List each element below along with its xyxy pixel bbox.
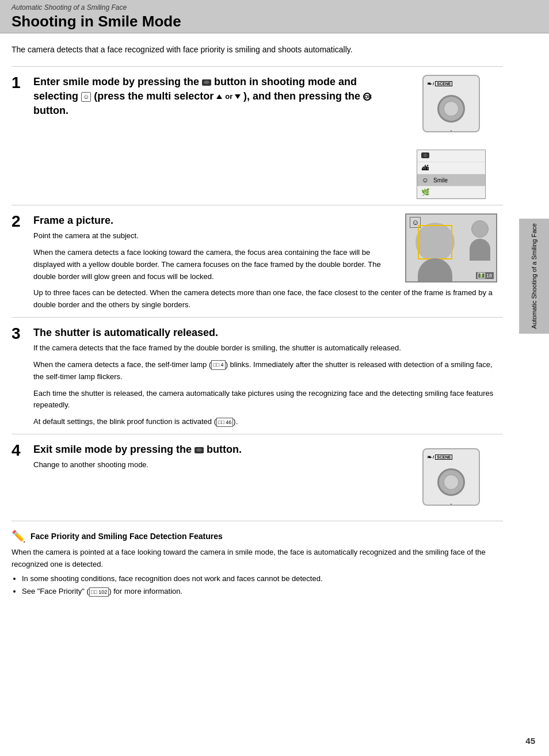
arrow-up-icon	[443, 130, 459, 132]
step-4-image: ❧ / SCENE	[399, 442, 503, 506]
vf-second-face	[471, 220, 489, 238]
main-content: The camera detects that a face recognize…	[0, 33, 514, 615]
ok-icon: OK	[363, 93, 371, 101]
counter-number: 18	[486, 273, 492, 278]
step4-cam-circle-inner	[443, 474, 459, 490]
vf-second-person	[467, 220, 493, 266]
step-1-body: Enter smile mode by pressing the button …	[33, 75, 503, 199]
side-tab: Automatic Shooting of a Smiling Face	[519, 219, 549, 334]
step-3-sub4: At default settings, the blink proof fun…	[33, 416, 503, 428]
step-3-title: The shutter is automatically released.	[33, 326, 503, 340]
step-2-title: Frame a picture.	[33, 213, 390, 228]
step-3-number: 3	[12, 326, 25, 342]
viewfinder: ☺	[405, 213, 497, 282]
scene-label: ❧ / SCENE	[427, 81, 452, 87]
header-bar: Automatic Shooting of a Smiling Face Sho…	[0, 0, 549, 33]
step4-cam-button-group	[437, 464, 465, 496]
scene-row-leaf: 🌿	[417, 186, 485, 198]
scene-row-smile: ☺ Smile	[417, 174, 485, 186]
step-4-body: Exit smile mode by pressing the button. …	[33, 442, 503, 506]
step-2-body: Frame a picture. Point the camera at the…	[33, 213, 503, 282]
step-1-images: ❧ / SCENE	[399, 75, 503, 199]
note-body: When the camera is pointed at a face loo…	[12, 547, 503, 598]
step-4-number: 4	[12, 442, 25, 459]
note-bullets: In some shooting conditions, face recogn…	[12, 573, 503, 598]
step-2-image: ☺	[399, 213, 503, 282]
step-3-sub1: If the camera detects that the face fram…	[33, 342, 503, 354]
step-4-sub1: Change to another shooting mode.	[33, 459, 390, 471]
step-4-content: Exit smile mode by pressing the button. …	[33, 442, 503, 506]
step-1-header: 1 Enter smile mode by pressing the butto…	[12, 75, 503, 199]
step-4-title: Exit smile mode by pressing the button.	[33, 442, 390, 457]
tri-down-icon	[235, 94, 241, 99]
smile-select-icon: ☺	[81, 92, 91, 102]
step-2-content: Frame a picture. Point the camera at the…	[33, 213, 503, 311]
scene-row-camera	[417, 150, 485, 162]
step-4-header: 4 Exit smile mode by pressing the button…	[12, 442, 503, 506]
ref-box-4: □□ 4	[211, 360, 225, 369]
note-pencil-icon: ✏️	[12, 529, 26, 543]
step-1-text: Enter smile mode by pressing the button …	[33, 75, 390, 119]
vf-person-body	[418, 258, 452, 281]
step-2-sub3: Up to three faces can be detected. When …	[33, 287, 503, 311]
step4-arrow-up	[443, 503, 459, 506]
step-3: 3 The shutter is automatically released.…	[12, 317, 503, 434]
ref-box-46: □□ 46	[216, 418, 233, 427]
step-1-number: 1	[12, 75, 25, 91]
vf-counter: 🔋 18	[476, 272, 494, 279]
note-body-text: When the camera is pointed at a face loo…	[12, 547, 503, 571]
step4-cam-circle	[437, 468, 465, 496]
step-3-sub2: When the camera detects a face, the self…	[33, 359, 503, 383]
note-title: Face Priority and Smiling Face Detection…	[30, 532, 223, 541]
note-box: ✏️ Face Priority and Smiling Face Detect…	[12, 521, 503, 605]
step-4-text: Exit smile mode by pressing the button. …	[33, 442, 390, 471]
scene-row-city: 🏙	[417, 162, 485, 174]
scene-smile-label: Smile	[433, 177, 448, 184]
step-2-sub1: Point the camera at the subject.	[33, 230, 390, 242]
vf-face-box	[418, 225, 452, 259]
step-2: 2 Frame a picture. Point the camera at t…	[12, 205, 503, 317]
counter-icon: 🔋	[478, 273, 485, 278]
step-2-text: Frame a picture. Point the camera at the…	[33, 213, 390, 282]
step-3-header: 3 The shutter is automatically released.…	[12, 326, 503, 428]
step-3-content: The shutter is automatically released. I…	[33, 326, 503, 428]
step-4-cam-mockup: ❧ / SCENE	[422, 448, 480, 506]
vf-second-body	[470, 239, 490, 261]
tri-up-icon	[216, 94, 222, 99]
step-2-number: 2	[12, 213, 25, 230]
step-2-sub2: When the camera detects a face looking t…	[33, 247, 390, 282]
cam-circle-inner	[443, 101, 459, 117]
ref-box-102: □□ 102	[89, 587, 109, 597]
note-bullet-2: See "Face Priority" (□□ 102) for more in…	[22, 586, 503, 598]
step-1: 1 Enter smile mode by pressing the butto…	[12, 66, 503, 205]
header-subtitle: Automatic Shooting of a Smiling Face	[12, 3, 537, 12]
step-1-cam-mockup: ❧ / SCENE	[422, 75, 480, 132]
step4-scene-label: ❧ / SCENE	[427, 454, 452, 460]
main-title: Shooting in Smile Mode	[12, 13, 537, 30]
cam-button-group	[437, 90, 465, 123]
note-bullet-1: In some shooting conditions, face recogn…	[22, 573, 503, 585]
or-text: or	[225, 92, 235, 101]
page-wrapper: Automatic Shooting of a Smiling Face Sho…	[0, 0, 549, 756]
step-4: 4 Exit smile mode by pressing the button…	[12, 434, 503, 511]
scene-menu: 🏙 ☺ Smile 🌿	[417, 150, 486, 199]
step-3-sub3: Each time the shutter is released, the c…	[33, 388, 503, 412]
page-number: 45	[525, 736, 535, 746]
step-1-title: Enter smile mode by pressing the button …	[33, 75, 390, 119]
step-2-header: 2 Frame a picture. Point the camera at t…	[12, 213, 503, 311]
note-header: ✏️ Face Priority and Smiling Face Detect…	[12, 529, 503, 543]
intro-text: The camera detects that a face recognize…	[12, 44, 503, 56]
side-tab-text: Automatic Shooting of a Smiling Face	[530, 223, 538, 329]
svg-point-1	[424, 154, 427, 157]
cam-circle	[437, 95, 465, 123]
